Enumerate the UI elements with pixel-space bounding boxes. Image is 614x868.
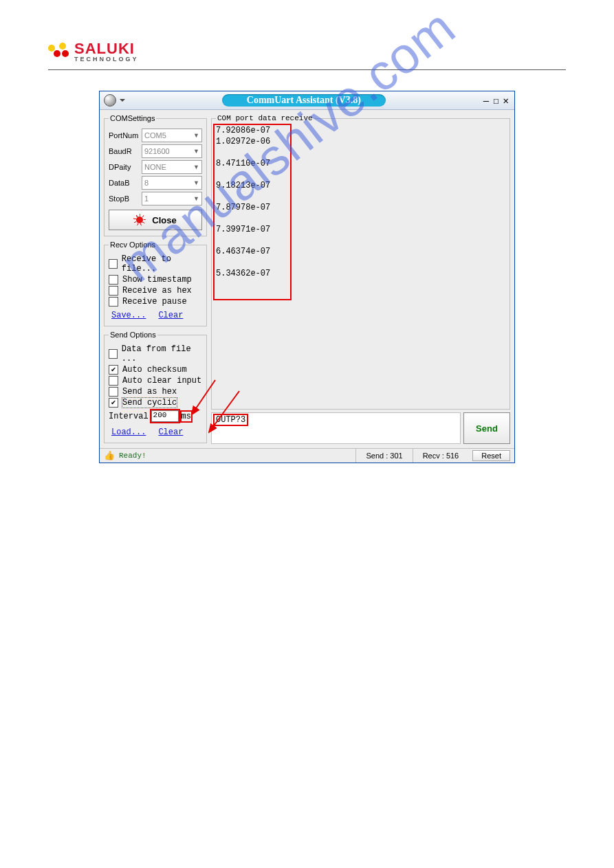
show-timestamp-checkbox[interactable]: [109, 275, 118, 285]
brand-name-text: SALUKI: [74, 40, 135, 57]
send-options-legend: Send Options: [109, 331, 157, 339]
datab-label: DataB: [109, 179, 139, 187]
status-send-count: Send : 301: [355, 449, 412, 463]
status-ready: Ready!: [119, 452, 146, 460]
receive-pause-checkbox[interactable]: [109, 297, 118, 307]
reset-button[interactable]: Reset: [472, 450, 510, 461]
send-as-hex-checkbox[interactable]: [109, 387, 118, 397]
receive-line: [216, 257, 505, 268]
interval-input[interactable]: 200: [151, 410, 179, 422]
status-recv-count: Recv : 516: [413, 449, 469, 463]
close-window-button[interactable]: ✕: [503, 95, 509, 106]
dparity-label: DPaity: [109, 163, 139, 171]
brand-logo: [48, 42, 69, 63]
data-from-file-label: Data from file ...: [122, 344, 202, 364]
send-load-link[interactable]: Load...: [111, 427, 146, 437]
receive-pause-label: Receive pause: [122, 297, 187, 307]
brand-tagline: TECHNOLOGY: [74, 56, 139, 63]
receive-as-hex-checkbox[interactable]: [109, 286, 118, 296]
auto-checksum-checkbox[interactable]: ✔: [109, 365, 118, 375]
dparity-select[interactable]: NONE▼: [142, 160, 202, 174]
auto-clear-input-label: Auto clear input: [122, 376, 201, 386]
stopb-label: StopB: [109, 194, 139, 203]
receive-line: 6.46374e-07: [216, 246, 505, 257]
minimize-button[interactable]: –: [483, 95, 489, 106]
baudr-select[interactable]: 921600▼: [142, 144, 202, 158]
send-input-value: OUTP?3: [215, 415, 247, 425]
chevron-down-icon: ▼: [193, 132, 199, 139]
send-button[interactable]: Send: [463, 412, 510, 444]
interval-unit: ms: [182, 412, 191, 421]
header-divider: [48, 69, 566, 70]
comsettings-legend: COMSettings: [109, 114, 156, 122]
portnum-label: PortNum: [109, 131, 139, 140]
chevron-down-icon: ▼: [193, 148, 199, 155]
status-icon: 👍: [104, 450, 115, 461]
baudr-label: BaudR: [109, 147, 139, 155]
recv-save-link[interactable]: Save...: [111, 311, 146, 320]
statusbar: 👍 Ready! Send : 301 Recv : 516 Reset: [100, 448, 514, 463]
send-input[interactable]: OUTP?3: [211, 412, 461, 444]
send-cyclic-checkbox[interactable]: ✔: [109, 398, 118, 408]
send-options-group: Send Options Data from file ... ✔Auto ch…: [104, 331, 207, 443]
send-as-hex-label: Send as hex: [122, 387, 177, 397]
data-from-file-checkbox[interactable]: [109, 349, 118, 359]
brand-name: SALUKI TECHNOLOGY: [74, 41, 139, 63]
receive-line: 7.39971e-07: [216, 224, 505, 235]
receive-line: [216, 235, 505, 246]
chevron-down-icon: ▼: [193, 164, 199, 170]
receive-to-file-checkbox[interactable]: [109, 259, 118, 269]
auto-clear-input-checkbox[interactable]: [109, 376, 118, 386]
send-cyclic-label: Send cyclic: [122, 398, 177, 408]
portnum-select[interactable]: COM5▼: [142, 129, 202, 142]
brand-header: SALUKI TECHNOLOGY: [48, 41, 566, 63]
receive-line: 5.34362e-07: [216, 268, 505, 279]
titlebar-dropdown-icon[interactable]: [119, 97, 126, 104]
receive-as-hex-label: Receive as hex: [122, 286, 192, 296]
auto-checksum-label: Auto checksum: [122, 365, 187, 375]
interval-label: Interval: [109, 412, 149, 421]
maximize-button[interactable]: ☐: [493, 95, 498, 106]
send-clear-link[interactable]: Clear: [158, 427, 183, 437]
app-icon: [104, 94, 116, 107]
recv-clear-link[interactable]: Clear: [158, 311, 183, 320]
receive-line: [216, 213, 505, 224]
